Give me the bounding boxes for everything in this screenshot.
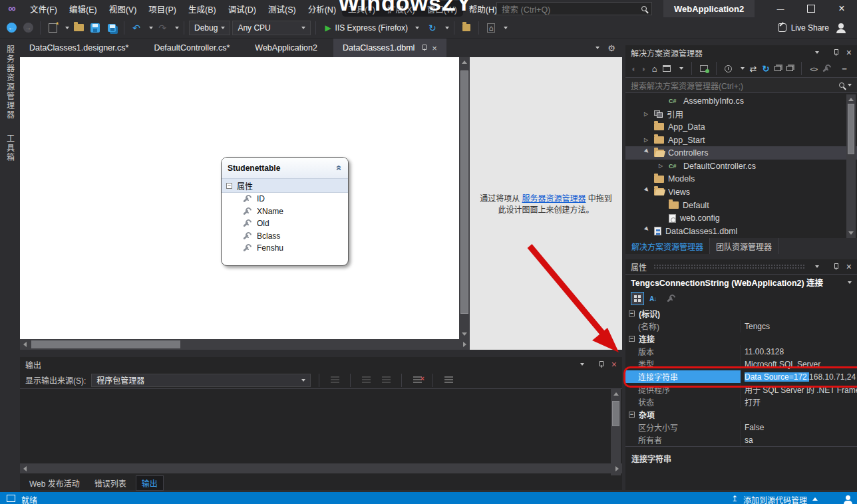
pin-tab-icon[interactable]: [421, 45, 427, 51]
menu-test[interactable]: 测试(S): [262, 0, 302, 17]
auto-hide-pin-icon[interactable]: [598, 361, 604, 368]
property-row-owner[interactable]: 所有者sa: [625, 434, 857, 446]
tab-defaultcontroller-cs[interactable]: DefaultController.cs*: [144, 39, 239, 57]
server-explorer-link[interactable]: 服务器资源管理器: [522, 194, 586, 203]
properties-object-dropdown[interactable]: TengcsConnectionString (WebApplication2)…: [625, 274, 857, 290]
chevron-collapsed-icon[interactable]: [659, 163, 669, 169]
redo-button[interactable]: ↷: [155, 20, 170, 36]
sync-icon[interactable]: [750, 64, 757, 73]
open-file-button[interactable]: [71, 20, 86, 36]
designer-horizontal-scrollbar[interactable]: [20, 339, 470, 350]
scrollbar-thumb[interactable]: [31, 340, 180, 348]
category-row[interactable]: (标识): [625, 307, 857, 320]
entity-field-fenshu[interactable]: Fenshu: [222, 242, 348, 255]
editor-options-gear-icon[interactable]: [607, 43, 615, 53]
dbml-design-surface[interactable]: Studenettable 属性 ID XName Old Bclass Fen…: [20, 57, 459, 339]
browse-with-dropdown-icon[interactable]: [504, 27, 508, 29]
menu-debug[interactable]: 调试(D): [222, 0, 262, 17]
undo-dropdown-icon[interactable]: [149, 27, 153, 29]
tab-dataclasses1-designer-cs[interactable]: DataClasses1.designer.cs*: [20, 39, 138, 57]
account-status-icon[interactable]: [846, 495, 850, 500]
tree-item-assemblyinfo[interactable]: AssemblyInfo.cs: [625, 94, 857, 108]
refresh-browser-button[interactable]: ↻: [425, 20, 440, 36]
navigate-back-button[interactable]: ←: [4, 20, 19, 36]
chevron-collapsed-icon[interactable]: [644, 111, 654, 117]
live-share-button[interactable]: Live Share: [778, 23, 829, 33]
property-row-name[interactable]: (名称)Tengcs: [625, 320, 857, 332]
entity-field-xname[interactable]: XName: [222, 205, 348, 218]
find-in-files-button[interactable]: [459, 20, 474, 36]
chevron-collapsed-icon[interactable]: [644, 137, 654, 143]
close-tab-icon[interactable]: [427, 43, 437, 53]
entity-studenettable[interactable]: Studenettable 属性 ID XName Old Bclass Fen…: [221, 157, 349, 266]
menu-extensions[interactable]: 扩展(X): [381, 0, 421, 17]
close-button[interactable]: [826, 0, 857, 17]
navigate-forward-button[interactable]: →: [21, 20, 35, 36]
property-pages-wrench-icon[interactable]: [667, 295, 675, 303]
tab-team-explorer[interactable]: 团队资源管理器: [710, 238, 778, 254]
menu-window[interactable]: 窗口(W): [421, 0, 463, 17]
categorized-view-icon[interactable]: [631, 292, 644, 305]
tree-item-models[interactable]: Models: [625, 173, 857, 186]
find-message-icon[interactable]: [327, 372, 342, 388]
window-position-dropdown-icon[interactable]: [815, 265, 819, 268]
tab-output[interactable]: 输出: [136, 475, 164, 491]
add-to-source-control-button[interactable]: 添加到源代码管理: [743, 494, 807, 504]
tree-item-defaultcontroller[interactable]: DefaultController.cs: [625, 160, 857, 173]
quick-search-input[interactable]: 搜索 (Ctrl+Q): [496, 2, 652, 15]
user-account-icon[interactable]: [838, 23, 844, 29]
chevron-expanded-icon[interactable]: [643, 186, 655, 197]
switch-views-icon[interactable]: [663, 65, 671, 72]
category-row[interactable]: 连接: [625, 332, 857, 345]
save-all-button[interactable]: [104, 20, 119, 36]
tab-list-dropdown-icon[interactable]: [596, 47, 600, 49]
property-row-state[interactable]: 状态打开: [625, 396, 857, 408]
auto-hide-pin-icon[interactable]: [832, 49, 839, 56]
entity-properties-section[interactable]: 属性: [222, 179, 348, 193]
solution-search-input[interactable]: 搜索解决方案资源管理器(Ctrl+;): [625, 77, 857, 93]
collapse-category-icon[interactable]: [629, 336, 635, 342]
server-explorer-vertical-tab[interactable]: 服务器资源管理器: [5, 45, 16, 120]
chevron-expanded-icon[interactable]: [643, 225, 655, 237]
chevron-up-icon[interactable]: [812, 497, 818, 501]
tab-error-list[interactable]: 错误列表: [89, 476, 132, 490]
undo-button[interactable]: ↶: [129, 20, 144, 36]
tree-item-references[interactable]: 引用: [625, 108, 857, 121]
tab-web-publish-activity[interactable]: Web 发布活动: [24, 476, 85, 490]
properties-wrench-icon[interactable]: [822, 64, 831, 72]
refresh-icon[interactable]: [762, 64, 769, 73]
menu-build[interactable]: 生成(B): [182, 0, 222, 17]
window-position-dropdown-icon[interactable]: [815, 51, 819, 54]
property-row-connection-string[interactable]: 连接字符串 Data Source=172.168.10.71,24: [625, 370, 857, 383]
tab-webapplication2[interactable]: WebApplication2: [246, 39, 327, 57]
collapse-entity-icon[interactable]: [333, 165, 345, 170]
word-wrap-icon[interactable]: [441, 372, 456, 388]
scrollbar-thumb[interactable]: [460, 70, 468, 314]
output-log-area[interactable]: [20, 389, 622, 475]
tab-dataclasses1-dbml[interactable]: DataClasses1.dbml: [333, 39, 446, 57]
menu-tools[interactable]: 工具(T): [342, 0, 381, 17]
entity-field-old[interactable]: Old: [222, 217, 348, 230]
toolbox-vertical-tab[interactable]: 工具箱: [5, 134, 16, 162]
collapse-all-icon[interactable]: [774, 66, 781, 71]
output-source-dropdown[interactable]: 程序包管理器: [91, 374, 311, 387]
browse-with-button[interactable]: [484, 20, 498, 36]
redo-dropdown-icon[interactable]: [175, 27, 179, 29]
scroll-right-icon[interactable]: [463, 342, 466, 347]
refresh-dropdown-icon[interactable]: [445, 27, 449, 29]
property-row-type[interactable]: 类型Microsoft SQL Server: [625, 358, 857, 370]
pending-changes-filter-icon[interactable]: [725, 65, 732, 72]
tree-item-views[interactable]: Views: [625, 186, 857, 199]
scroll-up-icon[interactable]: [462, 61, 467, 64]
entity-header[interactable]: Studenettable: [222, 158, 348, 179]
scroll-up-icon[interactable]: [848, 98, 854, 101]
previous-message-icon[interactable]: [359, 372, 373, 388]
tab-solution-explorer[interactable]: 解决方案资源管理器: [625, 238, 710, 254]
preview-selected-icon[interactable]: [842, 64, 847, 73]
scroll-right-icon[interactable]: [615, 466, 619, 471]
auto-hide-pin-icon[interactable]: [832, 263, 839, 270]
switch-views-dropdown-icon[interactable]: [679, 67, 683, 70]
output-title-bar[interactable]: 输出: [20, 357, 622, 372]
output-vertical-scrollbar[interactable]: [611, 389, 621, 475]
dbml-methods-pane[interactable]: 通过将项从 服务器资源管理器 中拖到 此设计图面上来创建方法。: [470, 57, 622, 350]
